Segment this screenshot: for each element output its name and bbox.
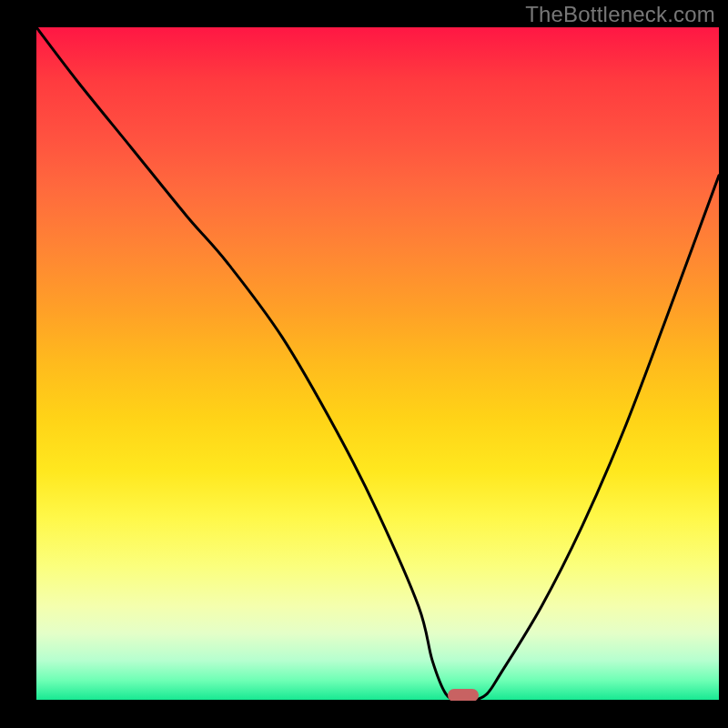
- plot-area: [36, 27, 719, 701]
- bottleneck-curve: [36, 27, 719, 701]
- optimal-point-marker: [448, 689, 479, 701]
- x-axis-baseline: [36, 700, 719, 701]
- chart-frame: TheBottleneck.com: [0, 0, 728, 728]
- watermark-text: TheBottleneck.com: [525, 2, 715, 27]
